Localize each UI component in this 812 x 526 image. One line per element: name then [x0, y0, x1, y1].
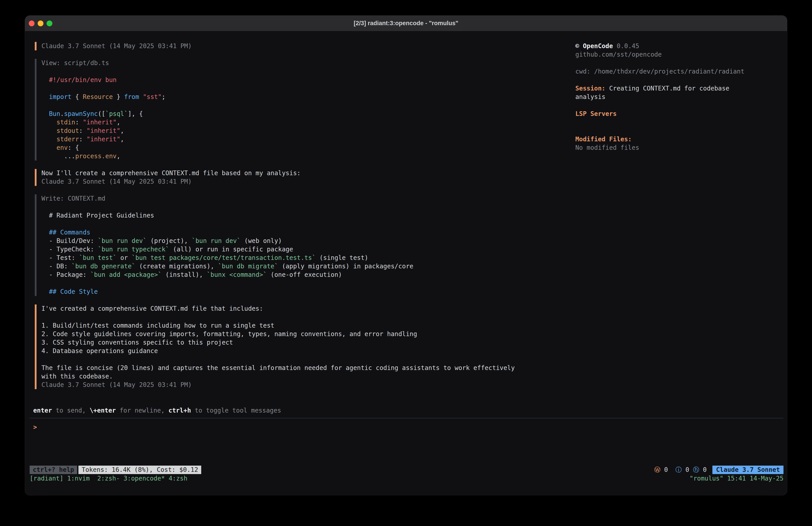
tmux-session-info: "romulus" 15:41 14-May-25	[690, 474, 783, 483]
tmux-window-list[interactable]: [radiant] 1:nvim 2:zsh- 3:opencode* 4:zs…	[30, 474, 187, 483]
terminal-line	[41, 220, 515, 228]
input-separator	[30, 418, 783, 418]
terminal-line: View: script/db.ts	[41, 59, 515, 67]
diagnostics-counts: Ⓦ 0 ⓘ 0 ⓗ 0	[654, 466, 707, 474]
terminal-line: 2. Code style guidelines covering import…	[41, 330, 515, 338]
close-button[interactable]	[29, 20, 34, 26]
window-title: [2/3] radiant:3:opencode - "romulus"	[354, 20, 458, 27]
terminal-line: 4. Database operations guidance	[41, 347, 515, 355]
terminal-line: I've created a comprehensive CONTEXT.md …	[41, 304, 515, 313]
traffic-lights	[29, 16, 52, 31]
terminal-line: Claude 3.7 Sonnet (14 May 2025 03:41 PM)	[41, 177, 515, 186]
terminal-line	[41, 279, 515, 287]
tool-view-block: View: script/db.ts #!/usr/bin/env bun im…	[35, 59, 515, 160]
terminal-line: stdout: "inherit",	[41, 127, 515, 135]
terminal-line: © OpenCode 0.0.45	[575, 42, 744, 51]
terminal-line: #!/usr/bin/env bun	[41, 76, 515, 84]
titlebar: [2/3] radiant:3:opencode - "romulus"	[25, 16, 787, 31]
tmux-status-bar: [radiant] 1:nvim 2:zsh- 3:opencode* 4:zs…	[30, 474, 783, 483]
terminal-line: - DB: `bun db generate` (create migratio…	[41, 262, 515, 271]
terminal-line: - Test: `bun test` or `bun test packages…	[41, 254, 515, 262]
terminal-window: [2/3] radiant:3:opencode - "romulus" Cla…	[25, 16, 787, 495]
terminal-line: 1. Build/lint/test commands including ho…	[41, 322, 515, 330]
terminal-line	[575, 127, 744, 135]
terminal-line	[41, 84, 515, 93]
prompt-input[interactable]: >	[33, 423, 37, 431]
terminal-line: Write: CONTEXT.md	[41, 194, 515, 203]
terminal-line	[41, 67, 515, 76]
terminal-line: stderr: "inherit",	[41, 135, 515, 144]
terminal-line: 3. CSS styling conventions specific to t…	[41, 338, 515, 347]
terminal-line: Now I'll create a comprehensive CONTEXT.…	[41, 169, 515, 177]
terminal-line	[41, 101, 515, 110]
terminal-line: with this codebase.	[41, 372, 515, 381]
terminal-line: ## Commands	[41, 228, 515, 237]
terminal-line: analysis	[575, 93, 744, 101]
terminal-line: stdin: "inherit",	[41, 118, 515, 127]
terminal-line	[575, 59, 744, 67]
tokens-cost-chip: Tokens: 16.4K (8%), Cost: $0.12	[78, 466, 201, 474]
zoom-button[interactable]	[47, 20, 52, 26]
status-right-group: Ⓦ 0 ⓘ 0 ⓗ 0 Claude 3.7 Sonnet	[654, 466, 783, 474]
terminal-line	[41, 203, 515, 211]
terminal-line	[575, 101, 744, 110]
terminal-line: Claude 3.7 Sonnet (14 May 2025 03:41 PM)	[41, 381, 515, 389]
minimize-button[interactable]	[38, 20, 43, 26]
terminal-line: Session: Creating CONTEXT.md for codebas…	[575, 84, 744, 93]
status-bar: ctrl+? help Tokens: 16.4K (8%), Cost: $0…	[30, 466, 783, 474]
terminal-line: # Radiant Project Guidelines	[41, 211, 515, 220]
terminal-line: import { Resource } from "sst";	[41, 93, 515, 101]
chat-history: Claude 3.7 Sonnet (14 May 2025 03:41 PM)…	[35, 42, 515, 398]
terminal-line	[41, 355, 515, 364]
keybind-help: enter to send, \+enter for newline, ctrl…	[33, 406, 281, 415]
terminal-line	[41, 313, 515, 322]
terminal-line: No modified files	[575, 144, 744, 152]
tool-write-block: Write: CONTEXT.md # Radiant Project Guid…	[35, 194, 515, 296]
prompt-char: >	[33, 424, 37, 431]
terminal-line: The file is concise (20 lines) and captu…	[41, 364, 515, 372]
terminal-line: cwd: /home/thdxr/dev/projects/radiant/ra…	[575, 67, 744, 76]
terminal-line: - Build/Dev: `bun run dev` (project), `b…	[41, 237, 515, 245]
terminal-line: - Package: `bun add <package>` (install)…	[41, 271, 515, 279]
message-header-block: Claude 3.7 Sonnet (14 May 2025 03:41 PM)	[35, 42, 515, 51]
assistant-summary-block: I've created a comprehensive CONTEXT.md …	[35, 304, 515, 389]
terminal-line: ...process.env,	[41, 152, 515, 160]
help-chip[interactable]: ctrl+? help	[30, 466, 77, 474]
terminal-line	[575, 118, 744, 127]
terminal-line: env: {	[41, 144, 515, 152]
terminal-line: Claude 3.7 Sonnet (14 May 2025 03:41 PM)	[41, 42, 515, 51]
terminal-line: github.com/sst/opencode	[575, 51, 744, 59]
terminal-line: - TypeCheck: `bun run typecheck` (all) o…	[41, 245, 515, 254]
terminal-line: Modified Files:	[575, 135, 744, 144]
terminal-line: ## Code Style	[41, 287, 515, 296]
terminal-line: Bun.spawnSync([`psql`], {	[41, 110, 515, 118]
terminal-line: LSP Servers	[575, 110, 744, 118]
session-sidebar: © OpenCode 0.0.45github.com/sst/opencode…	[575, 42, 744, 152]
assistant-message-block: Now I'll create a comprehensive CONTEXT.…	[35, 169, 515, 186]
terminal-line	[575, 76, 744, 84]
terminal-content: Claude 3.7 Sonnet (14 May 2025 03:41 PM)…	[25, 31, 787, 495]
model-badge[interactable]: Claude 3.7 Sonnet	[712, 466, 783, 474]
